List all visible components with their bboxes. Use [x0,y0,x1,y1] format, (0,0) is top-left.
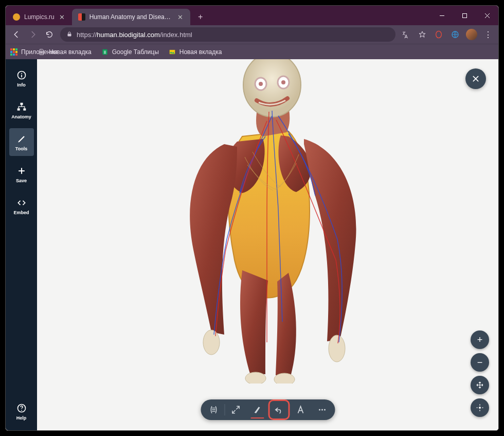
favicon-icon [13,13,20,21]
url-path: /index.html [160,31,192,39]
apps-grid-icon [10,48,18,56]
address-actions: ⋮ [399,27,495,42]
titlebar: Lumpics.ru ✕ Human Anatomy and Disease i… [6,6,498,25]
sidebar-item-info[interactable]: Info [9,64,34,92]
left-sidebar: Info Anatomy Tools Save Embed Help [6,59,37,430]
svg-point-17 [281,80,285,84]
pan-button[interactable] [471,376,489,394]
sidebar-item-anatomy[interactable]: Anatomy [9,96,34,124]
back-button[interactable] [9,27,24,42]
svg-rect-10 [23,108,26,110]
close-icon[interactable]: ✕ [177,13,184,21]
globe-icon[interactable] [448,27,462,42]
bookmarks-bar: Приложения Новая вкладка Google Таблицы … [6,44,498,59]
annotate-button[interactable] [290,399,311,420]
bookmark-newtab-2[interactable]: Новая вкладка [168,48,222,56]
sidebar-item-save[interactable]: Save [9,160,34,188]
url-host: human.biodigital.com [97,31,160,39]
xray-button[interactable] [203,399,224,420]
profile-avatar[interactable] [464,27,479,42]
svg-point-7 [21,73,22,74]
more-button[interactable] [311,399,333,420]
sidebar-item-label: Help [16,415,27,421]
svg-point-12 [21,410,22,411]
expand-button[interactable] [225,399,246,420]
anatomy-viewer[interactable]: + − [37,59,498,430]
svg-rect-1 [68,33,71,36]
svg-point-19 [329,335,345,362]
bookmark-label: Google Таблицы [112,48,159,56]
pencil-icon [16,133,27,145]
reload-button[interactable] [42,27,57,42]
sidebar-item-label: Tools [15,146,27,151]
tab-lumpics[interactable]: Lumpics.ru ✕ [7,9,72,25]
bookmark-label: Новая вкладка [179,48,222,56]
tab-title: Lumpics.ru [24,13,55,21]
maximize-button[interactable] [453,6,476,25]
tab-strip: Lumpics.ru ✕ Human Anatomy and Disease i… [6,6,430,25]
svg-rect-0 [462,13,466,18]
address-bar: https://human.biodigital.com/index.html … [6,25,498,44]
new-tab-button[interactable]: + [193,10,208,24]
svg-point-16 [259,82,263,86]
sidebar-item-help[interactable]: Help [9,397,34,425]
forward-button[interactable] [25,27,41,42]
bookmark-star-icon[interactable] [415,27,429,42]
svg-point-2 [436,31,442,38]
sidebar-item-embed[interactable]: Embed [9,192,34,220]
svg-point-18 [203,330,220,355]
close-icon [472,75,480,83]
svg-point-24 [321,409,323,411]
svg-point-25 [324,409,326,411]
minimize-button[interactable] [430,6,453,25]
viewer-right-controls: + − [471,330,489,417]
center-button[interactable] [471,398,489,417]
browser-window: Lumpics.ru ✕ Human Anatomy and Disease i… [5,5,499,431]
omnibox[interactable]: https://human.biodigital.com/index.html [60,27,395,42]
close-icon[interactable]: ✕ [59,13,66,21]
scalpel-button[interactable] [246,399,268,420]
tab-title: Human Anatomy and Disease in [89,13,173,21]
translate-icon[interactable] [399,27,413,42]
zoom-in-button[interactable]: + [471,330,489,349]
sidebar-item-label: Anatomy [11,114,31,119]
tab-human-anatomy[interactable]: Human Anatomy and Disease in ✕ [72,9,190,25]
page-icon [38,48,46,56]
url-scheme: https:// [77,31,97,39]
bookmark-apps[interactable]: Приложения [10,48,28,56]
svg-rect-9 [17,108,20,110]
lock-icon [66,31,73,39]
bookmark-label: Новая вкладка [49,48,92,56]
close-overlay-button[interactable] [465,68,486,89]
help-icon [16,403,27,414]
svg-rect-8 [20,102,23,104]
bookmark-sheets[interactable]: Google Таблицы [101,48,159,56]
bookmark-newtab-1[interactable]: Новая вкладка [38,48,92,56]
sidebar-item-label: Embed [13,210,29,215]
svg-point-20 [245,372,266,383]
sidebar-item-tools[interactable]: Tools [9,128,34,156]
code-icon [16,197,27,208]
window-controls [430,6,498,25]
svg-point-23 [319,409,320,411]
plus-icon [16,165,27,177]
svg-point-13 [243,59,301,117]
hierarchy-icon [16,101,27,113]
zoom-out-button[interactable]: − [471,353,489,372]
anatomy-model [134,59,402,383]
content-area: Info Anatomy Tools Save Embed Help [6,59,498,430]
close-window-button[interactable] [476,6,498,25]
favicon-icon [78,13,85,21]
svg-point-21 [274,373,295,383]
sidebar-item-label: Save [16,178,27,183]
sheets-icon [101,48,109,56]
menu-button[interactable]: ⋮ [481,27,495,42]
photo-icon [168,48,176,56]
bottom-toolbar [201,399,335,420]
undo-button[interactable] [268,399,290,420]
opera-icon[interactable] [431,27,446,42]
info-icon [16,69,27,81]
bookmark-label: Приложения [21,48,28,56]
url-text: https://human.biodigital.com/index.html [77,31,192,39]
svg-point-22 [479,407,481,409]
